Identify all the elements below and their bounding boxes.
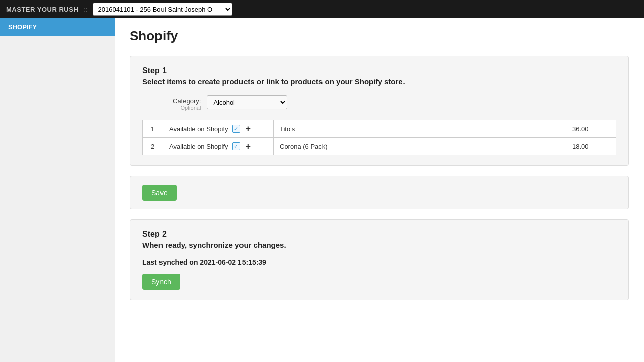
step1-subtitle: Select items to create products or link … <box>142 77 616 86</box>
available-content: Available on Shopify + <box>169 142 267 151</box>
step2-title: Step 2 <box>142 230 616 239</box>
available-checkbox[interactable] <box>232 125 240 133</box>
available-content: Available on Shopify + <box>169 124 267 133</box>
synch-button[interactable]: Synch <box>142 274 180 290</box>
step1-section: Step 1 Select items to create products o… <box>130 56 629 166</box>
row-number: 1 <box>143 120 163 138</box>
sidebar: SHOPIFY <box>0 18 115 362</box>
step1-title: Step 1 <box>142 66 616 75</box>
item-price: 36.00 <box>566 120 616 138</box>
available-cell: Available on Shopify + <box>163 138 274 155</box>
step2-subtitle: When ready, synchronize your changes. <box>142 241 616 249</box>
app-title: MASTER YOUR RUSH <box>6 6 78 13</box>
save-button[interactable]: Save <box>142 185 177 201</box>
last-synched-text: Last synched on 2021-06-02 15:15:39 <box>142 258 616 266</box>
topbar: MASTER YOUR RUSH :: 2016041101 - 256 Bou… <box>0 0 644 18</box>
page-title: Shopify <box>130 28 629 44</box>
item-name: Tito's <box>274 120 566 138</box>
available-cell: Available on Shopify + <box>163 120 274 138</box>
sidebar-item-shopify[interactable]: SHOPIFY <box>0 18 115 36</box>
available-label: Available on Shopify <box>169 125 228 133</box>
available-checkbox[interactable] <box>232 142 240 150</box>
location-select[interactable]: 2016041101 - 256 Boul Saint Joseph O <box>93 3 232 16</box>
category-label-block: Category: Optional <box>173 95 201 111</box>
save-section: Save <box>130 176 629 209</box>
topbar-separator: :: <box>84 6 87 13</box>
item-name: Corona (6 Pack) <box>274 138 566 155</box>
available-label: Available on Shopify <box>169 143 228 150</box>
main-content: Shopify Step 1 Select items to create pr… <box>115 18 644 362</box>
main-layout: SHOPIFY Shopify Step 1 Select items to c… <box>0 18 644 362</box>
table-row: 2 Available on Shopify + Corona (6 Pack)… <box>143 138 616 155</box>
category-label: Category: <box>173 97 201 105</box>
item-price: 18.00 <box>566 138 616 155</box>
items-table: 1 Available on Shopify + Tito's 36.00 <box>142 120 616 155</box>
add-button-row2[interactable]: + <box>245 142 252 151</box>
category-select[interactable]: AlcoholBeerWineSpirits <box>207 95 287 109</box>
row-number: 2 <box>143 138 163 155</box>
step2-section: Step 2 When ready, synchronize your chan… <box>130 219 629 300</box>
table-row: 1 Available on Shopify + Tito's 36.00 <box>143 120 616 138</box>
add-button-row1[interactable]: + <box>245 124 252 133</box>
category-row: Category: Optional AlcoholBeerWineSpirit… <box>173 95 616 111</box>
category-optional-label: Optional <box>173 105 201 111</box>
